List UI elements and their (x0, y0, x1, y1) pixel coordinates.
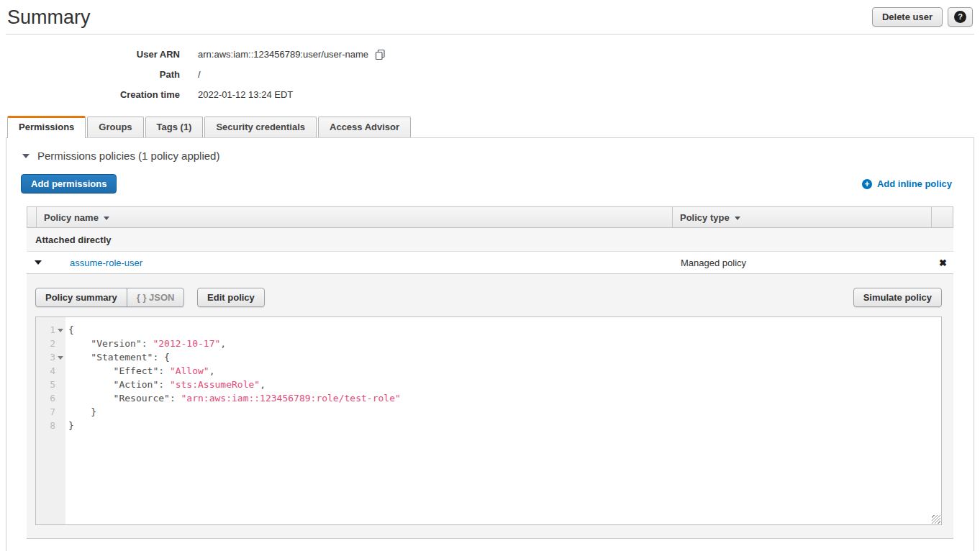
simulate-policy-button[interactable]: Simulate policy (853, 288, 942, 307)
permissions-tab-panel: Permissions policies (1 policy applied) … (6, 137, 974, 551)
line-number: 6 (50, 391, 55, 405)
remove-policy-icon[interactable]: ✖ (933, 258, 953, 268)
chevron-down-icon (35, 260, 42, 265)
policy-type-header-label: Policy type (680, 212, 730, 223)
json-plain-token: "Action": (68, 379, 170, 390)
copy-icon[interactable] (375, 49, 386, 60)
code-line: "Version": "2012-10-17", (68, 337, 941, 350)
info-value: 2022-01-12 13:24 EDT (198, 89, 293, 100)
add-inline-policy-link[interactable]: + Add inline policy (862, 178, 952, 189)
code-line: } (68, 419, 941, 432)
add-permissions-button[interactable]: Add permissions (21, 174, 117, 193)
tab-label: Groups (99, 122, 132, 132)
tab-groups[interactable]: Groups (87, 117, 143, 137)
tab-tags-1[interactable]: Tags (1) (145, 117, 204, 137)
help-button[interactable]: ? (948, 7, 973, 27)
tab-label: Tags (1) (157, 122, 192, 132)
gutter-line: 3 (36, 350, 65, 364)
edit-policy-button[interactable]: Edit policy (197, 288, 265, 307)
expander-column-header (27, 207, 37, 227)
json-plain-token: { (68, 324, 74, 335)
page-title: Summary (7, 6, 91, 29)
line-number: 4 (50, 364, 55, 378)
json-plain-token: "Resource": (68, 393, 181, 404)
chevron-down-icon (22, 154, 30, 158)
delete-user-button[interactable]: Delete user (872, 7, 943, 27)
permissions-toolbar: Add permissions + Add inline policy (21, 174, 959, 193)
gutter-line: 1 (36, 323, 65, 337)
json-plain-token: "Version": (68, 338, 153, 349)
tab-access-advisor[interactable]: Access Advisor (318, 117, 411, 137)
info-label: Path (0, 69, 180, 80)
json-plain-token: , (260, 379, 266, 390)
policy-view-toggle-group: Policy summary { } JSON (35, 288, 184, 307)
json-plain-token: "Statement": { (68, 352, 170, 363)
policy-detail-panel: Policy summary { } JSON Edit policy Simu… (27, 274, 953, 539)
policy-detail-toolbar: Policy summary { } JSON Edit policy Simu… (35, 288, 942, 307)
tab-label: Access Advisor (330, 122, 399, 132)
info-label: User ARN (0, 49, 180, 60)
policy-table: Policy name Policy type Attached directl… (27, 206, 953, 539)
policy-summary-button[interactable]: Policy summary (35, 288, 127, 307)
editor-gutter: 1 2 3 4 5 6 7 8 (36, 317, 65, 524)
table-row: assume-role-user Managed policy ✖ (27, 252, 953, 274)
fold-toggle-icon (55, 337, 65, 350)
line-number: 5 (50, 378, 55, 391)
fold-toggle-icon (55, 405, 65, 419)
json-plain-token: , (209, 365, 215, 376)
line-number: 8 (50, 419, 55, 432)
code-line: "Action": "sts:AssumeRole", (68, 378, 941, 391)
json-string-token: "Allow" (170, 365, 209, 376)
fold-toggle-icon[interactable] (55, 350, 65, 364)
json-plain-token: "Effect": (68, 365, 170, 376)
tab-label: Security credentials (216, 122, 305, 132)
code-line: "Statement": { (68, 350, 941, 364)
tab-security-credentials[interactable]: Security credentials (204, 117, 317, 137)
json-button[interactable]: { } JSON (127, 288, 185, 307)
json-string-token: "2012-10-17" (153, 338, 220, 349)
tab-bar: PermissionsGroupsTags (1)Security creden… (0, 116, 980, 137)
sort-down-icon (735, 217, 740, 220)
column-header-policy-name[interactable]: Policy name (37, 207, 673, 227)
code-line: "Effect": "Allow", (68, 364, 941, 378)
gutter-line: 6 (36, 391, 65, 405)
json-string-token: "arn:aws:iam::123456789:role/test-role" (181, 393, 401, 404)
page-header: Summary Delete user ? (6, 0, 974, 35)
editor-code-area[interactable]: { "Version": "2012-10-17", "Statement": … (65, 317, 941, 524)
policy-type-cell: Managed policy (673, 258, 933, 268)
code-line: "Resource": "arn:aws:iam::123456789:role… (68, 391, 941, 405)
gutter-line: 4 (36, 364, 65, 378)
plus-circle-icon: + (862, 179, 872, 189)
fold-toggle-icon (55, 378, 65, 391)
tab-label: Permissions (19, 122, 74, 132)
policy-name-header-label: Policy name (44, 212, 99, 223)
json-plain-token: } (68, 420, 74, 431)
info-row: User ARN arn:aws:iam::123456789:user/use… (0, 44, 980, 64)
info-row: Creation time 2022-01-12 13:24 EDT (0, 84, 980, 104)
policy-table-header: Policy name Policy type (27, 206, 953, 228)
code-line: } (68, 405, 941, 419)
section-heading-label: Permissions policies (1 policy applied) (37, 150, 219, 162)
fold-toggle-icon (55, 419, 65, 432)
info-label: Creation time (0, 89, 180, 100)
json-code-editor[interactable]: 1 2 3 4 5 6 7 8 { "Version": "2012-10-17… (35, 317, 942, 525)
tab-permissions[interactable]: Permissions (7, 116, 86, 138)
gutter-line: 2 (36, 337, 65, 350)
permissions-policies-section-header[interactable]: Permissions policies (1 policy applied) (22, 150, 959, 162)
row-collapse-toggle[interactable] (27, 260, 70, 265)
line-number: 2 (50, 337, 55, 350)
gutter-line: 5 (36, 378, 65, 391)
fold-toggle-icon[interactable] (55, 323, 65, 337)
help-icon: ? (954, 11, 966, 23)
info-row: Path / (0, 64, 980, 84)
policy-name-link[interactable]: assume-role-user (70, 258, 673, 268)
user-info-block: User ARN arn:aws:iam::123456789:user/use… (0, 44, 980, 104)
json-string-token: "sts:AssumeRole" (170, 379, 260, 390)
add-inline-policy-label: Add inline policy (877, 178, 952, 189)
header-actions: Delete user ? (872, 7, 973, 27)
table-group-row: Attached directly (27, 228, 953, 252)
line-number: 3 (50, 350, 55, 364)
info-value: arn:aws:iam::123456789:user/user-name (198, 48, 386, 60)
column-header-policy-type[interactable]: Policy type (673, 207, 932, 227)
editor-resize-handle[interactable] (932, 515, 940, 524)
